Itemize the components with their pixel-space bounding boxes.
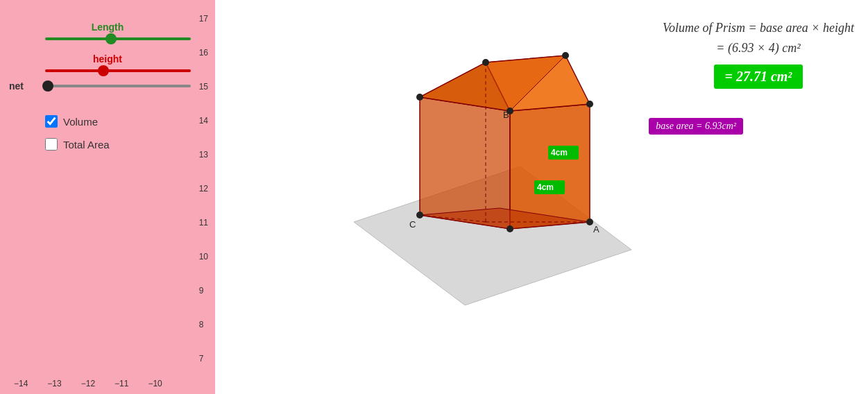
- base-area-label: base area = 6.93cm²: [649, 118, 743, 135]
- vertex-label-a: A: [593, 224, 599, 234]
- total-area-checkbox[interactable]: [45, 138, 58, 151]
- vertex-bottom-left: [416, 212, 423, 219]
- y-axis: 17 16 15 14 13 12 11 10 9 8 7: [199, 14, 208, 388]
- length-slider-thumb[interactable]: [105, 33, 117, 44]
- x-label--14: −14: [14, 379, 28, 388]
- x-label--10: −10: [148, 379, 162, 388]
- prism-visualization: C B A 4cm 4cm: [298, 42, 687, 375]
- x-axis-bottom: −14 −13 −12 −11 −10: [14, 379, 162, 388]
- formula-area: Volume of Prism = base area × height = (…: [663, 21, 854, 89]
- height-label-1: 4cm: [551, 148, 568, 157]
- net-slider-track[interactable]: [45, 85, 191, 87]
- vertex-bottom-mid: [507, 225, 513, 232]
- y-label-12: 12: [199, 184, 208, 218]
- volume-checkbox-label: Volume: [63, 116, 98, 128]
- x-label--13: −13: [47, 379, 61, 388]
- main-area: Volume of Prism = base area × height = (…: [215, 0, 868, 394]
- vertex-top-right2: [586, 101, 593, 108]
- vertex-label-c: C: [409, 219, 416, 230]
- x-label--11: −11: [114, 379, 128, 388]
- y-label-11: 11: [199, 218, 208, 252]
- vertex-top-right: [562, 52, 569, 59]
- height-slider-track[interactable]: [45, 69, 191, 72]
- y-label-9: 9: [199, 286, 208, 320]
- total-area-checkbox-label: Total Area: [63, 139, 110, 151]
- height-slider-thumb[interactable]: [98, 65, 109, 76]
- net-slider-label: net: [9, 80, 24, 92]
- x-label--12: −12: [81, 379, 95, 388]
- formula-line2: = (6.93 × 4) cm²: [663, 41, 854, 55]
- formula-result: = 27.71 cm²: [714, 65, 803, 89]
- y-label-16: 16: [199, 48, 208, 82]
- prism-front-right: [510, 104, 590, 229]
- volume-checkbox[interactable]: [45, 115, 58, 128]
- y-label-14: 14: [199, 116, 208, 150]
- left-panel: Length 17 height 16 net: [0, 0, 215, 394]
- formula-line1: Volume of Prism = base area × height: [663, 21, 854, 35]
- y-label-8: 8: [199, 320, 208, 354]
- y-label-7: 7: [199, 354, 208, 388]
- vertex-label-b: B: [503, 110, 509, 120]
- total-area-checkbox-row: Total Area: [45, 138, 208, 151]
- vertex-a: [586, 219, 593, 225]
- y-label-13: 13: [199, 150, 208, 184]
- length-slider-label: Length: [92, 22, 124, 33]
- volume-checkbox-row: Volume: [45, 115, 208, 128]
- height-label-2: 4cm: [537, 182, 554, 192]
- y-label-10: 10: [199, 252, 208, 286]
- length-slider-track[interactable]: [45, 37, 191, 40]
- height-slider-label: height: [93, 53, 122, 65]
- y-label-17: 17: [199, 14, 208, 48]
- checkbox-section: Volume Total Area: [45, 115, 208, 151]
- y-label-15: 15: [199, 82, 208, 116]
- vertex-c: [416, 94, 423, 101]
- vertex-top: [482, 59, 489, 66]
- net-slider-thumb[interactable]: [42, 80, 53, 92]
